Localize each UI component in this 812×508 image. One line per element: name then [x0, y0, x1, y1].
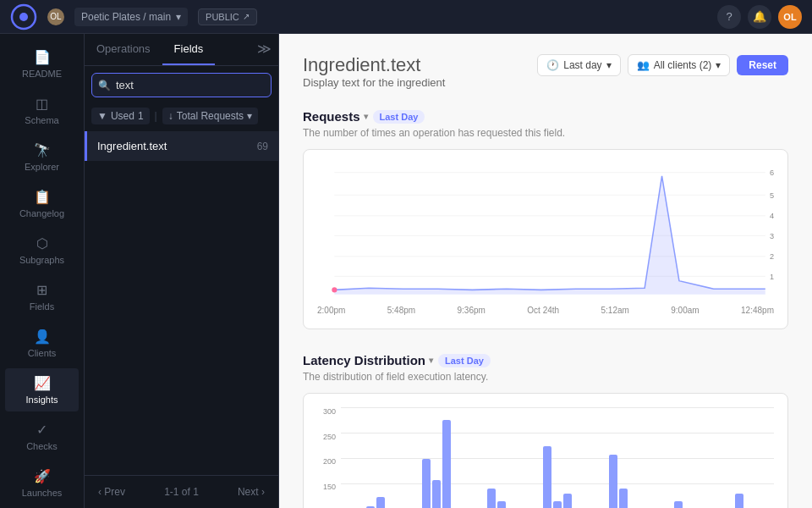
clients-selector[interactable]: 👥 All clients (2) ▾	[628, 54, 731, 76]
main-layout: 📄 README ◫ Schema 🔭 Explorer 📋 Changelog…	[0, 34, 812, 508]
filter-row: ▼ Used 1 | ↓ Total Requests ▾	[85, 104, 278, 131]
search-icon: 🔍	[98, 80, 111, 91]
prev-button[interactable]: ‹ Prev	[95, 484, 129, 500]
sidebar-item-subgraphs[interactable]: ⬡ Subgraphs	[5, 229, 79, 272]
field-type: Ingredient	[303, 54, 386, 75]
sidebar-item-clients[interactable]: 👤 Clients	[5, 322, 79, 365]
latency-title[interactable]: Latency Distribution ▾	[303, 353, 433, 367]
svg-text:46: 46	[770, 212, 774, 220]
filter-icon: ▼	[97, 110, 107, 122]
requests-chart-container: 69 57.5 46 34.5 23 11.5 2:00pm	[303, 149, 788, 329]
header-controls: 🕐 Last day ▾ 👥 All clients (2) ▾ Reset	[537, 54, 788, 76]
sidebar-item-readme[interactable]: 📄 README	[5, 42, 79, 86]
requests-description: The number of times an operation has req…	[303, 127, 788, 139]
search-input[interactable]	[91, 73, 272, 97]
bell-icon[interactable]: 🔔	[748, 5, 771, 29]
sidebar-item-fields[interactable]: ⊞ Fields	[5, 275, 79, 318]
x-label-3: Oct 24th	[527, 306, 559, 315]
bars-area: < 1msmin < 1msp50 < 1msp75 < 1msp90 < 1m…	[341, 407, 774, 508]
checks-icon: ✓	[36, 422, 47, 438]
list-item[interactable]: Ingredient.text 69	[85, 131, 278, 161]
schema-icon: ◫	[36, 96, 48, 112]
svg-text:11.5: 11.5	[770, 272, 774, 280]
sidebar-item-checks[interactable]: ✓ Checks	[5, 415, 79, 458]
requests-title[interactable]: Requests ▾	[303, 109, 368, 124]
visibility-badge[interactable]: PUBLIC ↗	[198, 8, 257, 25]
bar-group-p90	[529, 407, 585, 508]
search-box: 🔍	[91, 73, 272, 97]
insights-icon: 📈	[34, 375, 51, 391]
filter-count: 1	[138, 110, 144, 122]
requests-badge: Last Day	[373, 110, 425, 124]
reset-button[interactable]: Reset	[737, 55, 788, 75]
clock-icon: 🕐	[546, 59, 559, 71]
content-inner: Ingredient.text Display text for the ing…	[279, 34, 812, 508]
fields-panel: Operations Fields ≫ 🔍 ▼ Used 1 | ↓ Total…	[85, 34, 279, 508]
content-area: Ingredient.text Display text for the ing…	[279, 34, 812, 508]
field-description: Display text for the ingredient	[303, 76, 445, 89]
latency-section: Latency Distribution ▾ Last Day The dist…	[303, 353, 788, 508]
latency-chart: 300 250 200 150 100 50	[317, 407, 774, 508]
sidebar-label-fields: Fields	[30, 301, 54, 312]
panel-pagination: ‹ Prev 1-1 of 1 Next ›	[85, 475, 278, 508]
sidebar-item-explorer[interactable]: 🔭 Explorer	[5, 135, 79, 179]
panel-tabs: Operations Fields ≫	[85, 34, 278, 66]
svg-point-15	[332, 287, 337, 292]
clients-icon: 👥	[637, 59, 650, 71]
clients-icon: 👤	[34, 329, 51, 345]
sidebar-label-changelog: Changelog	[19, 208, 64, 218]
field-title: Ingredient.text	[303, 54, 445, 76]
tab-operations[interactable]: Operations	[85, 34, 162, 65]
next-button[interactable]: Next ›	[234, 484, 268, 500]
chevron-down-icon: ▾	[716, 59, 721, 71]
topbar-right: ? 🔔 OL	[717, 5, 802, 29]
filter-label: Used	[111, 110, 134, 122]
bar-group-p50	[409, 407, 464, 508]
field-count: 69	[257, 141, 268, 152]
field-name: Ingredient.text	[97, 140, 167, 152]
help-icon[interactable]: ?	[717, 5, 741, 29]
bar-group-extra	[590, 407, 646, 508]
x-label-0: 2:00pm	[317, 306, 345, 315]
chart-x-labels: 2:00pm 5:48pm 9:36pm Oct 24th 5:12am 9:0…	[317, 302, 774, 315]
latency-y-labels: 300 250 200 150 100 50	[317, 407, 341, 508]
used-filter[interactable]: ▼ Used 1	[91, 108, 150, 124]
bar-group-p75	[469, 407, 524, 508]
bar-groups	[341, 407, 774, 508]
sidebar: 📄 README ◫ Schema 🔭 Explorer 📋 Changelog…	[0, 34, 85, 508]
chevron-down-icon: ▾	[176, 11, 181, 23]
sidebar-item-changelog[interactable]: 📋 Changelog	[5, 182, 79, 225]
bar-group-small	[651, 407, 707, 508]
tab-fields[interactable]: Fields	[162, 34, 216, 65]
avatar[interactable]: OL	[778, 5, 802, 29]
pagination-info: 1-1 of 1	[164, 486, 199, 498]
subgraphs-icon: ⬡	[36, 235, 48, 251]
apollo-logo	[10, 3, 37, 30]
svg-text:57.5: 57.5	[770, 190, 774, 199]
explorer-icon: 🔭	[34, 142, 51, 158]
sidebar-item-insights[interactable]: 📈 Insights	[5, 368, 79, 411]
sidebar-item-launches[interactable]: 🚀 Launches	[5, 461, 79, 505]
sort-selector[interactable]: ↓ Total Requests ▾	[162, 108, 258, 124]
bar-group-max	[711, 407, 767, 508]
topbar: OL Poetic Plates / main ▾ PUBLIC ↗ ? 🔔 O…	[0, 0, 812, 34]
x-label-5: 9:00am	[671, 306, 699, 315]
sidebar-label-launches: Launches	[22, 488, 63, 498]
changelog-icon: 📋	[34, 189, 51, 205]
user-initial-badge: OL	[47, 8, 64, 25]
requests-chevron: ▾	[364, 112, 368, 121]
panel-collapse-icon[interactable]: ≫	[250, 34, 278, 65]
field-dot-name: .text	[386, 54, 421, 75]
sidebar-label-explorer: Explorer	[25, 162, 59, 172]
fields-icon: ⊞	[36, 282, 47, 298]
branch-selector[interactable]: Poetic Plates / main ▾	[74, 8, 188, 26]
bars-chart-area	[341, 407, 774, 508]
latency-description: The distribution of field execution late…	[303, 371, 788, 383]
sort-label: Total Requests	[177, 110, 244, 122]
svg-text:34.5: 34.5	[770, 231, 774, 240]
filter-divider: |	[155, 110, 157, 122]
sidebar-item-schema[interactable]: ◫ Schema	[5, 89, 79, 132]
sidebar-label-checks: Checks	[26, 441, 58, 451]
sidebar-label-insights: Insights	[26, 395, 58, 405]
time-selector[interactable]: 🕐 Last day ▾	[537, 54, 620, 76]
